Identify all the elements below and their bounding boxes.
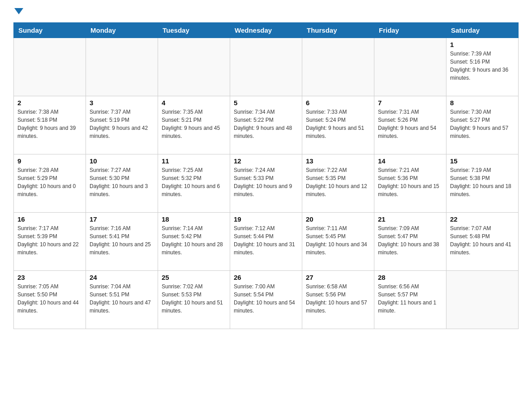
calendar-day-cell: 18Sunrise: 7:14 AMSunset: 5:42 PMDayligh… [158, 213, 230, 271]
calendar-week-row: 16Sunrise: 7:17 AMSunset: 5:39 PMDayligh… [14, 213, 519, 271]
calendar-day-cell: 7Sunrise: 7:31 AMSunset: 5:26 PMDaylight… [374, 96, 446, 154]
calendar-day-cell: 22Sunrise: 7:07 AMSunset: 5:48 PMDayligh… [446, 213, 519, 271]
calendar-day-cell: 3Sunrise: 7:37 AMSunset: 5:19 PMDaylight… [86, 96, 158, 154]
day-number: 13 [306, 157, 370, 165]
calendar-day-cell: 28Sunrise: 6:56 AMSunset: 5:57 PMDayligh… [374, 271, 446, 329]
day-info: Sunrise: 6:58 AMSunset: 5:56 PMDaylight:… [306, 283, 370, 315]
calendar-day-cell [230, 38, 302, 96]
calendar-day-cell: 5Sunrise: 7:34 AMSunset: 5:22 PMDaylight… [230, 96, 302, 154]
calendar-day-cell: 19Sunrise: 7:12 AMSunset: 5:44 PMDayligh… [230, 213, 302, 271]
calendar-week-row: 1Sunrise: 7:39 AMSunset: 5:16 PMDaylight… [14, 38, 519, 96]
day-info: Sunrise: 7:28 AMSunset: 5:29 PMDaylight:… [17, 166, 82, 198]
day-info: Sunrise: 7:27 AMSunset: 5:30 PMDaylight:… [90, 166, 154, 198]
calendar-day-cell: 11Sunrise: 7:25 AMSunset: 5:32 PMDayligh… [158, 154, 230, 213]
calendar-day-cell: 9Sunrise: 7:28 AMSunset: 5:29 PMDaylight… [14, 154, 86, 213]
day-info: Sunrise: 7:00 AMSunset: 5:54 PMDaylight:… [234, 283, 298, 315]
calendar-day-cell: 25Sunrise: 7:02 AMSunset: 5:53 PMDayligh… [158, 271, 230, 329]
logo [13, 9, 23, 15]
day-number: 6 [306, 99, 370, 107]
day-info: Sunrise: 7:38 AMSunset: 5:18 PMDaylight:… [17, 108, 82, 140]
day-number: 7 [378, 99, 442, 107]
day-info: Sunrise: 7:25 AMSunset: 5:32 PMDaylight:… [162, 166, 226, 198]
day-number: 9 [17, 157, 82, 165]
day-number: 14 [378, 157, 442, 165]
calendar-day-cell: 26Sunrise: 7:00 AMSunset: 5:54 PMDayligh… [230, 271, 302, 329]
calendar-day-cell: 4Sunrise: 7:35 AMSunset: 5:21 PMDaylight… [158, 96, 230, 154]
day-number: 11 [162, 157, 226, 165]
day-number: 10 [90, 157, 154, 165]
day-number: 5 [234, 99, 298, 107]
day-number: 23 [17, 274, 82, 281]
day-number: 21 [378, 215, 442, 223]
calendar-day-cell: 20Sunrise: 7:11 AMSunset: 5:45 PMDayligh… [302, 213, 374, 271]
day-number: 12 [234, 157, 298, 165]
day-info: Sunrise: 7:31 AMSunset: 5:26 PMDaylight:… [378, 108, 442, 140]
calendar-day-cell: 21Sunrise: 7:09 AMSunset: 5:47 PMDayligh… [374, 213, 446, 271]
day-number: 16 [17, 215, 82, 223]
day-info: Sunrise: 7:09 AMSunset: 5:47 PMDaylight:… [378, 224, 442, 257]
day-info: Sunrise: 7:12 AMSunset: 5:44 PMDaylight:… [234, 224, 298, 257]
day-info: Sunrise: 7:35 AMSunset: 5:21 PMDaylight:… [162, 108, 226, 140]
weekday-header-thursday: Thursday [302, 23, 374, 38]
day-number: 3 [90, 99, 154, 107]
day-info: Sunrise: 7:02 AMSunset: 5:53 PMDaylight:… [162, 283, 226, 315]
calendar-day-cell: 27Sunrise: 6:58 AMSunset: 5:56 PMDayligh… [302, 271, 374, 329]
day-info: Sunrise: 7:24 AMSunset: 5:33 PMDaylight:… [234, 166, 298, 198]
weekday-header-sunday: Sunday [14, 23, 86, 38]
calendar-day-cell: 17Sunrise: 7:16 AMSunset: 5:41 PMDayligh… [86, 213, 158, 271]
day-number: 8 [450, 99, 515, 107]
day-number: 1 [450, 41, 515, 48]
day-number: 19 [234, 215, 298, 223]
day-info: Sunrise: 7:33 AMSunset: 5:24 PMDaylight:… [306, 108, 370, 140]
day-number: 2 [17, 99, 82, 107]
calendar-day-cell: 15Sunrise: 7:19 AMSunset: 5:38 PMDayligh… [446, 154, 519, 213]
day-info: Sunrise: 7:11 AMSunset: 5:45 PMDaylight:… [306, 224, 370, 257]
calendar-day-cell: 2Sunrise: 7:38 AMSunset: 5:18 PMDaylight… [14, 96, 86, 154]
day-info: Sunrise: 7:05 AMSunset: 5:50 PMDaylight:… [17, 283, 82, 315]
day-number: 27 [306, 274, 370, 281]
calendar-day-cell: 23Sunrise: 7:05 AMSunset: 5:50 PMDayligh… [14, 271, 86, 329]
calendar-header: SundayMondayTuesdayWednesdayThursdayFrid… [14, 23, 519, 38]
calendar-day-cell [302, 38, 374, 96]
calendar-week-row: 9Sunrise: 7:28 AMSunset: 5:29 PMDaylight… [14, 154, 519, 213]
weekday-header-wednesday: Wednesday [230, 23, 302, 38]
day-info: Sunrise: 7:22 AMSunset: 5:35 PMDaylight:… [306, 166, 370, 198]
calendar-day-cell [374, 38, 446, 96]
calendar-day-cell: 13Sunrise: 7:22 AMSunset: 5:35 PMDayligh… [302, 154, 374, 213]
day-info: Sunrise: 7:19 AMSunset: 5:38 PMDaylight:… [450, 166, 515, 198]
day-number: 28 [378, 274, 442, 281]
day-info: Sunrise: 7:14 AMSunset: 5:42 PMDaylight:… [162, 224, 226, 257]
day-info: Sunrise: 7:04 AMSunset: 5:51 PMDaylight:… [90, 283, 154, 315]
weekday-header-monday: Monday [86, 23, 158, 38]
calendar-day-cell: 8Sunrise: 7:30 AMSunset: 5:27 PMDaylight… [446, 96, 519, 154]
weekday-header-row: SundayMondayTuesdayWednesdayThursdayFrid… [14, 23, 519, 38]
calendar-day-cell [158, 38, 230, 96]
day-number: 18 [162, 215, 226, 223]
day-number: 22 [450, 215, 515, 223]
calendar-day-cell: 14Sunrise: 7:21 AMSunset: 5:36 PMDayligh… [374, 154, 446, 213]
day-number: 15 [450, 157, 515, 165]
calendar-week-row: 2Sunrise: 7:38 AMSunset: 5:18 PMDaylight… [14, 96, 519, 154]
calendar-day-cell: 16Sunrise: 7:17 AMSunset: 5:39 PMDayligh… [14, 213, 86, 271]
day-number: 20 [306, 215, 370, 223]
day-info: Sunrise: 7:37 AMSunset: 5:19 PMDaylight:… [90, 108, 154, 140]
day-number: 26 [234, 274, 298, 281]
calendar-day-cell: 24Sunrise: 7:04 AMSunset: 5:51 PMDayligh… [86, 271, 158, 329]
calendar-day-cell [14, 38, 86, 96]
calendar-day-cell [446, 271, 519, 329]
day-number: 4 [162, 99, 226, 107]
calendar-day-cell [86, 38, 158, 96]
day-number: 17 [90, 215, 154, 223]
calendar-week-row: 23Sunrise: 7:05 AMSunset: 5:50 PMDayligh… [14, 271, 519, 329]
day-info: Sunrise: 7:21 AMSunset: 5:36 PMDaylight:… [378, 166, 442, 198]
calendar-day-cell: 12Sunrise: 7:24 AMSunset: 5:33 PMDayligh… [230, 154, 302, 213]
day-info: Sunrise: 7:30 AMSunset: 5:27 PMDaylight:… [450, 108, 515, 140]
weekday-header-saturday: Saturday [446, 23, 519, 38]
day-info: Sunrise: 7:34 AMSunset: 5:22 PMDaylight:… [234, 108, 298, 140]
day-info: Sunrise: 7:17 AMSunset: 5:39 PMDaylight:… [17, 224, 82, 257]
page-header [13, 9, 519, 15]
day-info: Sunrise: 7:39 AMSunset: 5:16 PMDaylight:… [450, 50, 515, 82]
day-info: Sunrise: 7:16 AMSunset: 5:41 PMDaylight:… [90, 224, 154, 257]
day-info: Sunrise: 7:07 AMSunset: 5:48 PMDaylight:… [450, 224, 515, 257]
day-number: 24 [90, 274, 154, 281]
